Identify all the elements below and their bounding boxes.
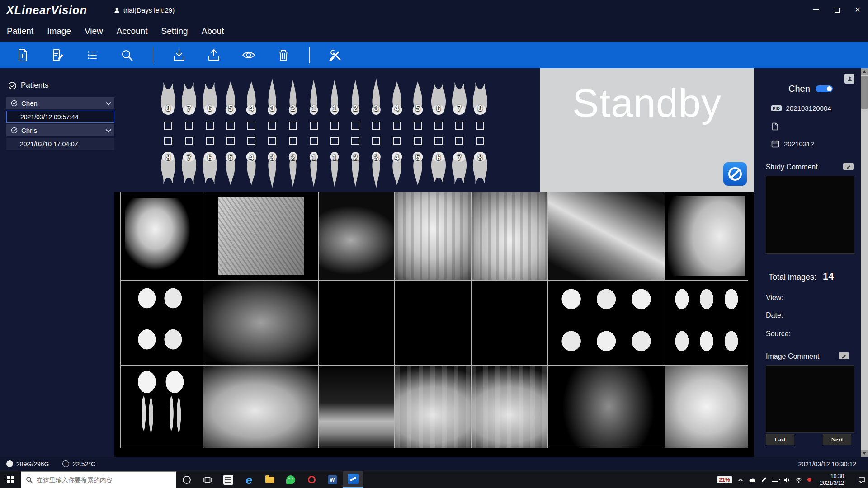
import-button[interactable] (170, 46, 188, 64)
thumbnail-image[interactable] (319, 365, 395, 448)
cortana-button[interactable] (176, 471, 197, 488)
tooth-lower-8[interactable]: 8 (470, 150, 491, 192)
image-comment-box[interactable] (766, 365, 854, 433)
tooth-upper-5[interactable]: 5 (407, 75, 428, 116)
tooth-checkbox[interactable] (476, 137, 484, 145)
tooth-checkbox[interactable] (289, 137, 297, 145)
last-button[interactable]: Last (766, 434, 794, 445)
tooth-lower-6[interactable]: 6 (199, 150, 220, 192)
tooth-lower-8[interactable]: 8 (158, 150, 179, 192)
menu-item-view[interactable]: View (85, 26, 103, 36)
maximize-button[interactable] (826, 0, 847, 20)
tooth-checkbox[interactable] (206, 137, 214, 145)
taskbar-search-input[interactable] (37, 476, 168, 483)
menu-item-about[interactable]: About (202, 26, 224, 36)
settings-button[interactable] (326, 46, 344, 64)
thumbnail-image[interactable] (203, 192, 319, 280)
tooth-checkbox[interactable] (310, 137, 318, 145)
scrollbar-thumb[interactable] (861, 76, 868, 109)
thumbnail-image[interactable] (203, 365, 319, 448)
delete-button[interactable] (274, 46, 292, 64)
tooth-upper-1[interactable]: 1 (324, 75, 345, 116)
tooth-checkbox[interactable] (476, 122, 484, 130)
tooth-checkbox[interactable] (434, 122, 443, 130)
tooth-checkbox[interactable] (393, 122, 401, 130)
tooth-checkbox[interactable] (247, 122, 255, 130)
input-panel-button[interactable] (218, 471, 239, 488)
menu-item-patient[interactable]: Patient (7, 26, 33, 36)
pen-icon[interactable] (761, 477, 766, 482)
new-patient-button[interactable] (14, 46, 32, 64)
patient-row-chen[interactable]: Chen (6, 97, 114, 109)
minimize-button[interactable] (806, 0, 826, 20)
tooth-checkbox[interactable] (226, 137, 235, 145)
tooth-lower-5[interactable]: 5 (407, 150, 428, 192)
tooth-checkbox[interactable] (185, 122, 193, 130)
taskbar-search[interactable] (21, 471, 176, 488)
tooth-upper-7[interactable]: 7 (449, 75, 470, 116)
tooth-checkbox[interactable] (351, 137, 359, 145)
thumbnail-image[interactable] (395, 365, 471, 448)
scroll-up-button[interactable] (861, 68, 868, 75)
network-icon[interactable] (795, 477, 802, 483)
study-comment-box[interactable] (766, 176, 854, 254)
thumbnail-image[interactable] (665, 280, 748, 365)
tooth-lower-1[interactable]: 1 (324, 150, 345, 192)
speaker-icon[interactable] (783, 477, 790, 483)
menu-item-setting[interactable]: Setting (161, 26, 188, 36)
edit-patient-toggle[interactable] (816, 85, 833, 92)
tooth-checkbox[interactable] (310, 122, 318, 130)
tooth-checkbox[interactable] (414, 137, 422, 145)
battery-percent[interactable]: 21% (717, 476, 732, 483)
tooth-checkbox[interactable] (226, 122, 235, 130)
tooth-lower-6[interactable]: 6 (428, 150, 449, 192)
tooth-lower-7[interactable]: 7 (449, 150, 470, 192)
tooth-checkbox[interactable] (164, 122, 172, 130)
tooth-lower-2[interactable]: 2 (345, 150, 366, 192)
tooth-checkbox[interactable] (247, 137, 255, 145)
next-button[interactable]: Next (823, 434, 851, 445)
tooth-lower-3[interactable]: 3 (262, 150, 283, 192)
tooth-upper-4[interactable]: 4 (387, 75, 407, 116)
edit-record-button[interactable] (48, 46, 66, 64)
file-explorer-button[interactable] (259, 471, 280, 488)
battery-icon[interactable] (772, 478, 778, 482)
menu-item-account[interactable]: Account (117, 26, 148, 36)
edit-image-comment-button[interactable] (839, 352, 849, 359)
menu-item-image[interactable]: Image (47, 26, 71, 36)
thumbnail-image[interactable] (471, 365, 547, 448)
vertical-scrollbar[interactable] (861, 68, 868, 457)
chevron-up-icon[interactable] (737, 477, 744, 483)
patient-info-button[interactable] (844, 74, 854, 84)
tooth-checkbox[interactable] (330, 122, 339, 130)
tooth-checkbox[interactable] (434, 137, 443, 145)
edit-study-comment-button[interactable] (843, 163, 854, 170)
tooth-upper-2[interactable]: 2 (283, 75, 303, 116)
patient-row-chris[interactable]: Chris (6, 124, 114, 136)
tooth-upper-6[interactable]: 6 (428, 75, 449, 116)
tooth-lower-2[interactable]: 2 (283, 150, 303, 192)
search-button[interactable] (118, 46, 136, 64)
action-center-button[interactable] (854, 474, 865, 485)
tooth-lower-4[interactable]: 4 (241, 150, 262, 192)
thumbnail-image[interactable] (120, 192, 203, 280)
tooth-checkbox[interactable] (330, 137, 339, 145)
tooth-upper-3[interactable]: 3 (366, 75, 387, 116)
tooth-lower-4[interactable]: 4 (387, 150, 407, 192)
edge-button[interactable]: e (239, 471, 259, 488)
tooth-checkbox[interactable] (393, 137, 401, 145)
tooth-checkbox[interactable] (455, 137, 463, 145)
close-button[interactable]: ✕ (847, 0, 868, 20)
thumbnail-image[interactable] (547, 280, 665, 365)
study-row[interactable]: 2021/03/12 09:57:44 (6, 111, 114, 123)
scroll-down-button[interactable] (861, 450, 868, 457)
thumbnail-image[interactable] (547, 192, 665, 280)
tooth-checkbox[interactable] (351, 122, 359, 130)
tooth-lower-7[interactable]: 7 (179, 150, 199, 192)
thumbnail-image[interactable] (203, 280, 319, 365)
export-button[interactable] (205, 46, 223, 64)
tooth-checkbox[interactable] (289, 122, 297, 130)
tooth-upper-8[interactable]: 8 (470, 75, 491, 116)
thumbnail-image[interactable] (395, 192, 471, 280)
tooth-lower-5[interactable]: 5 (220, 150, 241, 192)
